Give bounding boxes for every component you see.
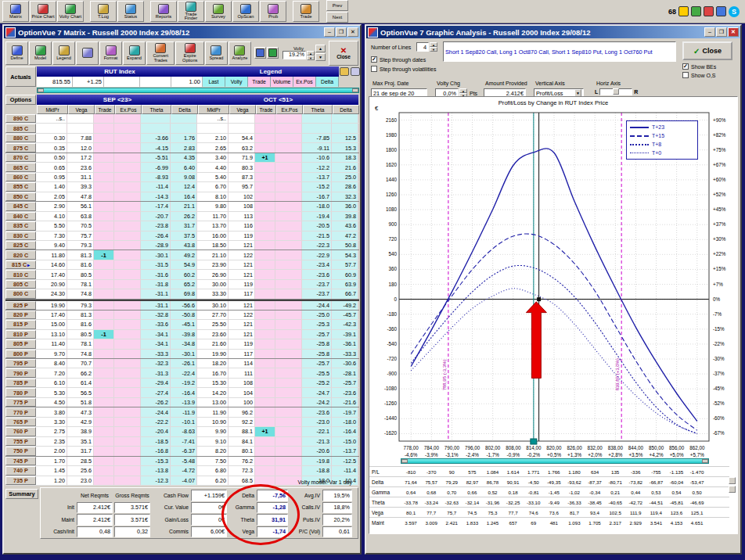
next-button[interactable]: Next bbox=[326, 12, 348, 23]
scroll-down-button[interactable]: ▼ bbox=[315, 53, 326, 61]
cell-trade[interactable] bbox=[94, 143, 114, 152]
matrix-titlebar[interactable]: OptionVue 7 Matrix - Russell 2000 Index … bbox=[4, 26, 360, 38]
options-tab[interactable]: Options bbox=[5, 95, 36, 105]
summary-tab[interactable]: Summary bbox=[5, 489, 38, 499]
strike-button[interactable]: 880 C bbox=[5, 134, 36, 142]
cell-trade[interactable] bbox=[94, 232, 114, 240]
oct-expiry-header[interactable]: OCT <51> bbox=[198, 95, 358, 105]
stats-side-button-2[interactable] bbox=[729, 486, 736, 493]
cell-trade[interactable] bbox=[94, 359, 114, 368]
graph-titlebar[interactable]: OptionVue 7 Graphic Analysis - Russell 2… bbox=[366, 26, 740, 38]
cell-trade[interactable] bbox=[94, 221, 114, 230]
cell-trade[interactable] bbox=[255, 270, 275, 278]
toolbar-button-prob[interactable]: Prob bbox=[260, 1, 286, 22]
cell-trade[interactable] bbox=[94, 301, 114, 310]
strike-button[interactable]: 750 P bbox=[5, 447, 36, 455]
stats-side-button-1[interactable] bbox=[729, 477, 736, 484]
cell-trade[interactable] bbox=[94, 212, 114, 221]
strike-button[interactable]: 835 C bbox=[5, 221, 36, 230]
strike-button[interactable]: 745 P bbox=[5, 457, 36, 465]
cell-trade[interactable] bbox=[255, 114, 275, 123]
cell-trade[interactable] bbox=[255, 457, 275, 465]
cell-trade[interactable] bbox=[94, 437, 114, 446]
cell-trade[interactable] bbox=[255, 173, 275, 181]
strike-button[interactable]: 885 C bbox=[5, 124, 36, 132]
cell-trade[interactable] bbox=[94, 320, 114, 328]
cell-trade[interactable] bbox=[255, 124, 275, 132]
cell-trade[interactable]: -1 bbox=[94, 330, 114, 339]
strike-button[interactable]: 785 P bbox=[5, 379, 36, 387]
strike-button[interactable]: 875 C bbox=[5, 143, 36, 152]
graph-close-button[interactable]: ✓ Close bbox=[682, 41, 732, 60]
cell-trade[interactable] bbox=[94, 182, 114, 191]
strike-button[interactable]: 765 P bbox=[5, 418, 36, 426]
matrix-toolbar-button-pages-icon[interactable] bbox=[76, 41, 99, 65]
cell-trade[interactable] bbox=[94, 289, 114, 298]
cell-trade[interactable] bbox=[94, 388, 114, 397]
strike-button[interactable]: 770 P bbox=[5, 407, 36, 416]
network-icon[interactable] bbox=[691, 6, 701, 16]
strike-button[interactable]: 860 C bbox=[5, 173, 36, 181]
cell-trade[interactable] bbox=[94, 163, 114, 171]
cell-trade[interactable] bbox=[94, 173, 114, 181]
matrix-toolbar-button-spread[interactable]: Spread bbox=[205, 41, 228, 65]
strike-button[interactable]: 830 C bbox=[5, 232, 36, 240]
strike-button[interactable]: 810 P bbox=[5, 330, 36, 339]
cell-trade[interactable] bbox=[94, 379, 114, 387]
cell-trade[interactable] bbox=[255, 250, 275, 259]
cell-trade[interactable] bbox=[255, 466, 275, 475]
step-through-volatilities-checkbox[interactable]: ✓ bbox=[371, 66, 377, 72]
cell-trade[interactable] bbox=[255, 398, 275, 407]
cell-trade[interactable]: -1 bbox=[94, 250, 114, 259]
toolbar-button-trade-finder[interactable]: Trade Finder bbox=[178, 1, 204, 22]
cell-trade[interactable] bbox=[255, 192, 275, 201]
cell-trade[interactable] bbox=[255, 437, 275, 446]
cell-trade[interactable] bbox=[94, 418, 114, 426]
strike-button[interactable]: 825 C bbox=[5, 241, 36, 249]
position-description-input[interactable]: Short 1 Sep820 Call, Long 1 Oct870 Call,… bbox=[443, 41, 676, 62]
matrix-toolbar-button-model[interactable]: Model bbox=[29, 41, 52, 65]
strike-button[interactable]: 805 P bbox=[5, 339, 36, 348]
close-button[interactable]: ✕ bbox=[728, 27, 739, 37]
chart-scrollbar[interactable] bbox=[401, 458, 709, 464]
cell-trade[interactable] bbox=[94, 339, 114, 348]
matrix-toolbar-button-expire-options[interactable]: Expire Options bbox=[175, 41, 203, 65]
clock-icon[interactable] bbox=[716, 6, 726, 16]
cell-trade[interactable] bbox=[255, 134, 275, 142]
minimize-button[interactable]: – bbox=[324, 27, 335, 37]
cell-trade[interactable] bbox=[255, 407, 275, 416]
cell-trade[interactable] bbox=[255, 182, 275, 191]
scroll-left-cap[interactable] bbox=[401, 459, 408, 463]
printer-icon[interactable] bbox=[351, 67, 360, 76]
cell-trade[interactable] bbox=[255, 289, 275, 298]
restore-button[interactable]: ❐ bbox=[336, 27, 347, 37]
matrix-toolbar-button-expand[interactable]: Expand bbox=[123, 41, 146, 65]
strike-button[interactable]: 815 C▸ bbox=[5, 260, 36, 269]
cell-trade[interactable] bbox=[94, 260, 114, 269]
strike-button[interactable]: 870 C bbox=[5, 153, 36, 162]
strike-button[interactable]: 865 C bbox=[5, 163, 36, 171]
strike-button[interactable]: 740 P bbox=[5, 466, 36, 475]
cell-trade[interactable] bbox=[94, 311, 114, 319]
scroll-left-cap[interactable] bbox=[38, 88, 44, 92]
strike-button[interactable]: 800 P bbox=[5, 350, 36, 358]
cell-trade[interactable] bbox=[255, 232, 275, 240]
strike-button[interactable]: 820 C bbox=[5, 250, 36, 259]
toolbar-button-reports[interactable]: Reports bbox=[150, 1, 177, 22]
strike-button[interactable]: 790 P bbox=[5, 368, 36, 377]
cell-trade[interactable] bbox=[94, 447, 114, 455]
show-os-checkbox[interactable]: ✓ bbox=[682, 72, 689, 78]
close-button[interactable]: ✕ bbox=[347, 27, 358, 37]
cell-trade[interactable] bbox=[255, 447, 275, 455]
slider-handle[interactable] bbox=[613, 88, 619, 95]
cell-trade[interactable] bbox=[94, 427, 114, 436]
cell-trade[interactable] bbox=[255, 368, 275, 377]
lines-down-button[interactable]: ▼ bbox=[430, 47, 437, 52]
cell-trade[interactable] bbox=[94, 270, 114, 278]
mini-dollar-icon[interactable] bbox=[267, 47, 279, 59]
actuals-tab[interactable]: Actuals bbox=[5, 66, 36, 87]
strike-button[interactable]: 795 P bbox=[5, 359, 36, 368]
cell-trade[interactable] bbox=[255, 476, 275, 485]
alert-icon[interactable] bbox=[704, 6, 714, 16]
horiz-scroll-marker[interactable] bbox=[531, 439, 537, 444]
